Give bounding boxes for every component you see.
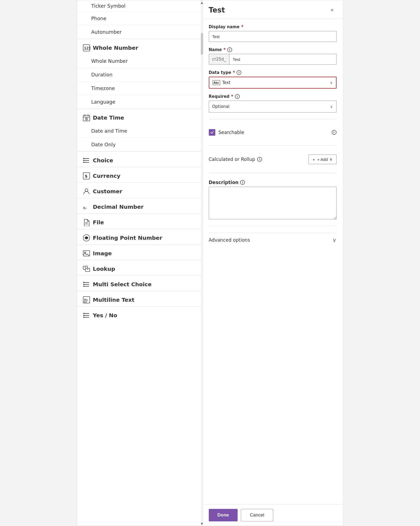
data-type-dropdown-value: Abc Text: [213, 80, 231, 85]
display-name-field: Display name *: [209, 24, 337, 42]
category-floating-label: Floating Point Number: [93, 235, 162, 241]
category-decimal[interactable]: X₂ Decimal Number: [77, 198, 202, 213]
searchable-info-icon[interactable]: i: [332, 130, 337, 135]
add-button[interactable]: + + Add ∨: [309, 154, 337, 164]
list-item-date-time[interactable]: Date and Time: [77, 124, 202, 138]
description-textarea[interactable]: [209, 187, 337, 219]
category-date-time: Date Time: [77, 109, 202, 124]
category-currency-label: Currency: [93, 173, 120, 179]
svg-text:X₂: X₂: [83, 206, 87, 210]
svg-point-31: [83, 282, 84, 283]
category-image[interactable]: Image: [77, 244, 202, 260]
searchable-row: Searchable i: [209, 126, 337, 139]
advanced-chevron-icon: ∨: [332, 237, 337, 243]
list-item-whole-number[interactable]: Whole Number: [77, 54, 202, 68]
advanced-options-row[interactable]: Advanced options ∨: [209, 233, 337, 247]
category-decimal-label: Decimal Number: [93, 204, 144, 210]
svg-point-40: [83, 313, 84, 314]
spacer: [209, 253, 337, 499]
left-panel-scrollbar[interactable]: ▲ ▼: [201, 0, 203, 526]
category-yesno[interactable]: Yes / No: [77, 306, 202, 322]
divider-1: [209, 119, 337, 119]
svg-point-13: [83, 160, 84, 161]
category-yesno-label: Yes / No: [93, 312, 117, 319]
scroll-handle[interactable]: [201, 33, 203, 55]
data-type-required: *: [233, 70, 235, 75]
description-field: Description i: [209, 180, 337, 219]
category-lookup-label: Lookup: [93, 266, 115, 272]
category-multiline-label: Multiline Text: [93, 297, 135, 303]
data-type-dropdown[interactable]: Abc Text ∨: [209, 77, 337, 89]
cancel-button[interactable]: Cancel: [241, 509, 273, 521]
category-file-label: File: [93, 219, 104, 226]
svg-point-42: [83, 317, 84, 318]
file-icon: [83, 219, 90, 226]
name-input[interactable]: [229, 54, 336, 64]
category-multiselect[interactable]: Multi Select Choice: [77, 275, 202, 291]
divider-4: [209, 226, 337, 226]
name-field: Name * i cr25d_: [209, 47, 337, 65]
divider-3: [209, 173, 337, 173]
panel-footer: Done Cancel: [202, 504, 343, 526]
svg-point-14: [83, 162, 84, 163]
category-whole-number-label: Whole Number: [93, 45, 138, 51]
panel-body: Display name * Name * i cr25d_: [202, 19, 343, 504]
category-whole-number: 123 Whole Number: [77, 39, 202, 54]
required-label: Required * i: [209, 94, 337, 99]
choice-icon: [83, 157, 90, 164]
floating-icon: [83, 234, 90, 242]
category-date-time-label: Date Time: [93, 114, 124, 121]
required-info-icon[interactable]: i: [235, 94, 240, 99]
rollup-info-icon[interactable]: i: [257, 157, 262, 162]
category-image-label: Image: [93, 250, 112, 257]
abc-icon: Abc: [213, 80, 220, 85]
close-button[interactable]: ×: [328, 6, 337, 14]
svg-text:def: def: [84, 301, 87, 303]
scroll-up-arrow[interactable]: ▲: [201, 0, 203, 5]
name-prefix: cr25d_: [209, 54, 230, 64]
category-multiline[interactable]: Abc def Multiline Text: [77, 291, 202, 306]
required-chevron-icon: ∨: [330, 104, 333, 109]
done-button[interactable]: Done: [209, 509, 238, 521]
scroll-down-arrow[interactable]: ▼: [201, 521, 203, 526]
panel-header: Test ×: [202, 0, 343, 19]
svg-point-32: [83, 284, 84, 285]
data-type-info-icon[interactable]: i: [237, 70, 241, 75]
category-lookup[interactable]: Lookup: [77, 260, 202, 275]
category-file[interactable]: File: [77, 213, 202, 229]
name-info-icon[interactable]: i: [227, 47, 232, 52]
partial-item[interactable]: Ticker Symbol: [77, 0, 202, 12]
display-name-input[interactable]: [209, 31, 337, 42]
category-choice[interactable]: Choice: [77, 151, 202, 167]
required-dropdown[interactable]: Optional ∨: [209, 101, 337, 113]
image-icon: [83, 250, 90, 257]
list-item-date-only[interactable]: Date Only: [77, 138, 202, 151]
lookup-icon: [83, 265, 90, 273]
advanced-options-label: Advanced options: [209, 237, 250, 243]
category-choice-label: Choice: [93, 157, 113, 164]
customer-icon: [83, 188, 90, 195]
name-input-group: cr25d_: [209, 54, 337, 65]
multiselect-icon: [83, 281, 90, 288]
category-floating[interactable]: Floating Point Number: [77, 229, 202, 244]
checkmark-icon: [210, 130, 214, 134]
svg-point-17: [85, 189, 88, 191]
yesno-icon: [83, 312, 90, 319]
add-chevron-icon: ∨: [329, 157, 332, 162]
svg-point-41: [83, 315, 84, 316]
right-panel: Test × Display name * Name * i: [202, 0, 343, 526]
list-item-autonumber[interactable]: Autonumber: [77, 25, 202, 39]
searchable-checkbox[interactable]: [209, 129, 215, 136]
list-item-duration[interactable]: Duration: [77, 68, 202, 82]
category-currency[interactable]: $ Currency: [77, 167, 202, 182]
name-required: *: [223, 47, 226, 52]
list-item-language[interactable]: Language: [77, 95, 202, 109]
display-name-label: Display name *: [209, 24, 337, 29]
currency-icon: $: [83, 172, 90, 180]
category-customer[interactable]: Customer: [77, 182, 202, 198]
description-info-icon[interactable]: i: [240, 180, 245, 185]
list-item-timezone[interactable]: Timezone: [77, 82, 202, 95]
name-label: Name * i: [209, 47, 337, 52]
datetime-icon: [83, 114, 90, 122]
list-item-phone[interactable]: Phone: [77, 12, 202, 25]
